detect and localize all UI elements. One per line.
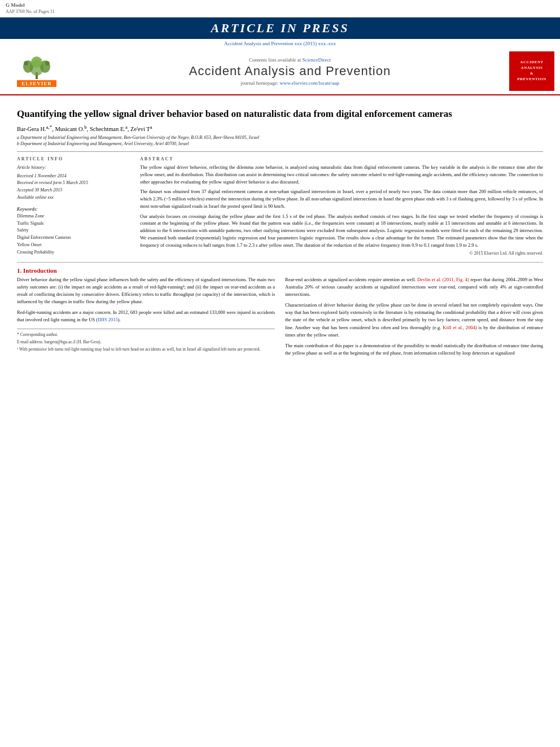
intro-para-1: Driver behavior during the yellow signal… [17,276,275,306]
copyright-line: © 2015 Elsevier Ltd. All rights reserved… [140,251,543,256]
intro-right-para-2: Characterization of driver behavior duri… [285,302,543,339]
history-title: Article history: [17,164,130,172]
article-info-label: ARTICLE INFO [17,156,130,161]
abstract-label: ABSTRACT [140,156,543,161]
abstract-para-1: The yellow signal driver behavior, refle… [140,164,543,185]
homepage-url[interactable]: www.elsevier.com/locate/aap [280,80,339,86]
footnote-corresponding: * Corresponding author. [17,331,275,338]
koll-link[interactable]: Köll et al., 2004 [443,325,475,330]
intro-columns: Driver behavior during the yellow signal… [17,276,543,361]
intro-body-left: Driver behavior during the yellow signal… [17,276,275,324]
intro-right-para-3: The main contribution of this paper is a… [285,342,543,357]
svg-point-5 [24,61,28,65]
keyword-6: Crossing Probability [17,249,130,256]
header-top-bar: G Model AAP 3769 No. of Pages 11 [0,0,560,18]
g-model-label: G Model [6,2,55,9]
journal-logo-text: ACCIDENT ANALYSIS & PREVENTION [517,60,546,82]
journal-link[interactable]: Accident Analysis and Prevention xxx (20… [224,41,336,46]
available-online: Available online xxx [17,194,130,202]
keyword-2: Traffic Signals [17,220,130,228]
abstract-para-2: The dataset was obtained from 37 digital… [140,188,543,209]
affiliations: a Department of Industrial Engineering a… [17,134,543,147]
svg-point-6 [45,61,50,65]
article-info-column: ARTICLE INFO Article history: Received 1… [17,156,130,256]
journal-ref: G Model AAP 3769 No. of Pages 11 [6,2,55,15]
elsevier-tree-icon [17,55,56,79]
intro-section: 1. Introduction Driver behavior during t… [17,262,543,361]
elsevier-label: ELSEVIER [17,80,56,87]
keyword-5: Yellow Onset [17,242,130,249]
keyword-1: Dilemma Zone [17,213,130,220]
affil-b: b Department of Industrial Engineering a… [17,141,543,147]
abstract-column: ABSTRACT The yellow signal driver behavi… [140,156,543,256]
svg-point-4 [31,56,42,68]
email-address: bargera@bgu.ac.il (H. Bar-Gera). [45,339,102,344]
sup-a3: a [150,124,152,129]
info-abstract-columns: ARTICLE INFO Article history: Received 1… [17,156,543,256]
abstract-text: The yellow signal driver behavior, refle… [140,164,543,248]
footnotes: * Corresponding author. E-mail address: … [17,329,275,353]
intro-col-left: Driver behavior during the yellow signal… [17,276,275,361]
sup-a2: a [125,124,128,129]
article-title: Quantifying the yellow signal driver beh… [17,108,543,120]
article-history: Article history: Received 1 November 201… [17,164,130,202]
intro-col-right: Rear-end accidents at signalized acciden… [285,276,543,361]
intro-body-right: Rear-end accidents at signalized acciden… [285,276,543,357]
keywords-title: Keywords: [17,206,130,212]
keyword-4: Digital Enforcement Cameras [17,234,130,242]
received-1: Received 1 November 2014 [17,173,130,180]
authors-line: Bar-Gera H.a,*, Musicant O.b, Schechtman… [17,124,543,132]
journal-center: Contents lists available at ScienceDirec… [79,57,501,86]
footnote-email: E-mail address: bargera@bgu.ac.il (H. Ba… [17,339,275,345]
keyword-3: Safety [17,227,130,234]
elsevier-logo: ELSEVIER [6,54,68,88]
article-in-press-banner: ARTICLE IN PRESS [0,18,560,39]
keywords-list: Dilemma Zone Traffic Signals Safety Digi… [17,213,130,256]
abstract-para-3: Our analysis focuses on crossings during… [140,213,543,249]
main-content: Quantifying the yellow signal driver beh… [0,95,560,367]
intro-right-para-1: Rear-end accidents at signalized acciden… [285,276,543,299]
journal-title: Accident Analysis and Prevention [79,64,501,78]
intro-para-2: Red-light-running accidents are a major … [17,309,275,324]
divider-1 [17,151,543,152]
homepage-line: journal homepage: www.elsevier.com/locat… [79,80,501,86]
sup-a1: a,* [46,124,52,129]
intro-section-number: 1. Introduction [17,267,543,274]
affil-a: a Department of Industrial Engineering a… [17,134,543,141]
sup-b: b [84,124,86,129]
iihs-link[interactable]: IIHS 2015 [98,317,118,322]
revised: Received in revised form 5 March 2015 [17,180,130,187]
contents-line: Contents lists available at ScienceDirec… [79,57,501,63]
footnote-1: ¹ With permissive left-turns red-light-r… [17,346,275,352]
author-bar-gera: Bar-Gera H.a,*, Musicant O.b, Schechtman… [17,126,152,132]
accepted: Accepted 30 March 2015 [17,187,130,194]
aap-ref: AAP 3769 No. of Pages 11 [6,9,55,15]
journal-header: ELSEVIER Contents lists available at Sci… [0,48,560,95]
devlin-link[interactable]: Devlin et al. (2011, Fig. 4) [417,277,469,282]
keywords-section: Keywords: Dilemma Zone Traffic Signals S… [17,206,130,256]
journal-link-line: Accident Analysis and Prevention xxx (20… [0,39,560,48]
sciencedirect-link[interactable]: ScienceDirect [303,57,331,63]
journal-logo-right: ACCIDENT ANALYSIS & PREVENTION [509,51,554,91]
banner-text: ARTICLE IN PRESS [211,21,349,35]
